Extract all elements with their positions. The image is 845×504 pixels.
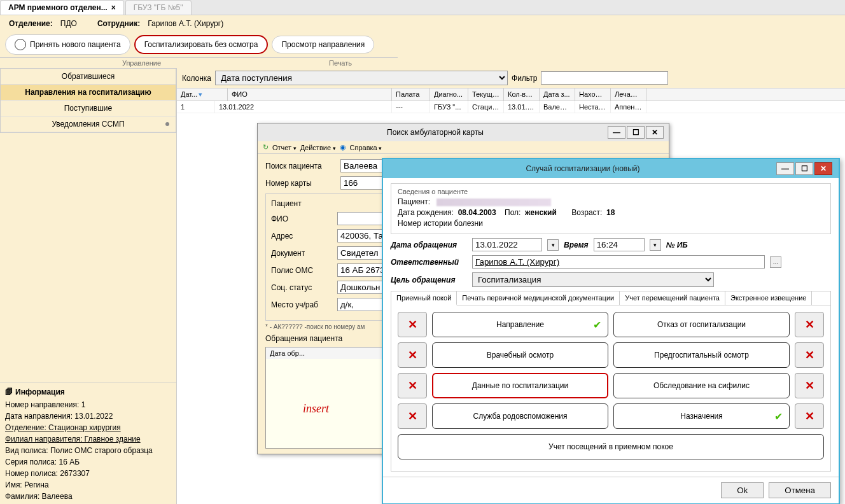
refresh-icon[interactable]: ↻ [263,143,269,151]
hospdata-x-button[interactable]: ✕ [398,373,427,398]
sidebar-item-admitted[interactable]: Поступившие [1,101,176,116]
info-name: Имя: Регина [5,480,171,489]
tab-gbuz[interactable]: ГБУЗ "ГБ №5" [125,0,192,15]
grid-head-cnt[interactable]: Кол-во ... [504,88,540,101]
flt-label: Фильтр [512,74,537,83]
info-ref-date: Дата направления: 13.01.2022 [5,412,171,421]
sidebar-item-ssmp[interactable]: Уведомления ССМП [1,116,176,132]
filter-icon: ▾ [199,90,202,98]
visits-tile[interactable]: Учет посещений в приемном покое [398,434,824,459]
btn-label: Принять нового пациента [30,40,121,49]
tab-movements[interactable]: Учет перемещений пациента [620,291,725,305]
dot-icon [165,122,169,126]
dept-label: Отделение: [9,19,53,28]
grid-header: Дат...▾ ФИО Палата Диагно... Текущи... К… [177,88,845,101]
minimize-button[interactable]: — [608,126,625,139]
syphilis-x-button[interactable]: ✕ [795,373,824,398]
info-pol-type: Вид полиса: Полис ОМС старого образца [5,446,171,455]
preexam-tile[interactable]: Предгоспитальный осмотр [613,342,790,368]
ok-button[interactable]: Ok [721,482,764,498]
close-button[interactable]: ✕ [646,126,664,139]
patient-info-box: Сведения о пациенте Пациент: Дата рожден… [391,183,831,234]
btn-label: Просмотр направления [281,40,365,49]
tab-print-docs[interactable]: Печать первичной медицинской документаци… [457,291,620,305]
search-label: Поиск пациента [265,162,335,171]
dialog-footer: Ok Отмена [383,477,839,503]
visit-time-input[interactable] [594,238,645,251]
info-title: Информация [15,388,65,396]
report-menu[interactable]: Отчет [272,144,297,151]
time-picker-button[interactable]: ▾ [650,239,661,251]
toolbar-sections: Управление Печать [0,57,845,68]
refusal-x-button[interactable]: ✕ [398,312,427,337]
assign-tile[interactable]: Назначения✔ [613,403,790,429]
date-picker-button[interactable]: ▾ [547,239,559,251]
tab-emergency[interactable]: Экстренное извещение [725,291,812,305]
patient-name-blurred [436,199,551,206]
maximize-button[interactable]: ☐ [795,162,813,175]
grid-head-cur[interactable]: Текущи... [468,88,504,101]
tab-arm[interactable]: АРМ приемного отделен... × [0,0,124,15]
refusal-tile[interactable]: Отказ от госпитализации [613,312,790,337]
assign-x-button[interactable]: ✕ [795,403,824,429]
action-menu[interactable]: Действие [300,144,336,151]
responsible-input[interactable] [472,255,765,269]
grid-head-phys[interactable]: Лечащи... [611,88,646,101]
grid-head-fio[interactable]: ФИО [228,88,392,101]
goal-select[interactable]: Госпитализация [472,272,714,287]
grid-row[interactable]: 1 13.01.2022 --- ГБУЗ "... Стацио... 13.… [177,101,845,113]
dialog-titlebar[interactable]: Поиск амбулаторной карты — ☐ ✕ [258,123,669,141]
sidebar: Обратившиеся Направления на госпитализац… [0,68,177,504]
info-branch: Филиал направителя: Главное здание [5,435,171,444]
check-icon: ✔ [774,410,783,423]
grid-head-ward[interactable]: Палата [392,88,430,101]
hospdata-tile[interactable]: Данные по госпитализации [432,373,608,398]
history-no: Номер истории болезни [398,219,824,228]
new-patient-button[interactable]: Принять нового пациента [5,34,130,55]
maximize-button[interactable]: ☐ [627,126,645,139]
info-pol-no: Номер полиса: 2673307 [5,469,171,478]
section-label: Сведения о пациенте [398,188,824,195]
tab-label: ГБУЗ "ГБ №5" [134,3,183,12]
minimize-button[interactable]: — [776,162,794,175]
info-icon: 🗐 [5,388,13,396]
close-icon[interactable]: × [111,3,116,12]
card-label: Номер карты [265,179,335,188]
column-select[interactable]: Дата поступления [215,71,508,85]
dialog-titlebar[interactable]: Случай госпитализации (новый) — ☐ ✕ [383,159,839,178]
help-menu[interactable]: Справка [350,144,382,151]
filter-input[interactable] [541,71,668,85]
filter-bar: Колонка Дата поступления Фильтр [177,68,845,88]
exam-tile[interactable]: Врачебный осмотр [432,342,608,368]
info-ref-no: Номер направления: 1 [5,400,171,409]
grid-head-nah[interactable]: Нахожд... [575,88,611,101]
birth-tile[interactable]: Служба родовспоможения [432,403,608,429]
grid-head-date[interactable]: Дат...▾ [177,88,228,101]
grid-head-diag[interactable]: Диагно... [430,88,468,101]
close-button[interactable]: ✕ [814,162,832,175]
cancel-button[interactable]: Отмена [769,482,831,498]
referral-tile[interactable]: Направление✔ [432,312,608,337]
sidebar-item-referrals[interactable]: Направления на госпитализацию [1,85,176,101]
view-referral-button[interactable]: Просмотр направления [272,36,374,53]
insert-annotation: insert [303,402,329,416]
grid-head-in[interactable]: Дата з... [540,88,575,101]
dialog-title: Случай госпитализации (новый) [389,164,776,173]
hospitalization-dialog: Случай госпитализации (новый) — ☐ ✕ Свед… [382,158,840,504]
info-panel: 🗐 Информация Номер направления: 1 Дата н… [0,382,176,504]
refusal-x-button-r[interactable]: ✕ [795,312,824,337]
section-manage: Управление [0,57,283,68]
tab-reception[interactable]: Приемный покой [391,291,457,305]
check-icon: ✔ [593,319,601,331]
preexam-x-button[interactable]: ✕ [795,342,824,368]
btn-label: Госпитализировать без осмотра [144,40,258,49]
syphilis-tile[interactable]: Обследование на сифилис [613,373,790,398]
birth-x-button[interactable]: ✕ [398,403,427,429]
visit-date-input[interactable] [472,238,542,251]
emp-value: Гарипов А.Т. (Хирург) [148,19,223,28]
exam-x-button[interactable]: ✕ [398,342,427,368]
lookup-button[interactable]: … [770,256,781,268]
app-tabs: АРМ приемного отделен... × ГБУЗ "ГБ №5" [0,0,845,15]
sidebar-item-applied[interactable]: Обратившиеся [1,69,176,85]
hospitalize-button[interactable]: Госпитализировать без осмотра [134,35,269,54]
